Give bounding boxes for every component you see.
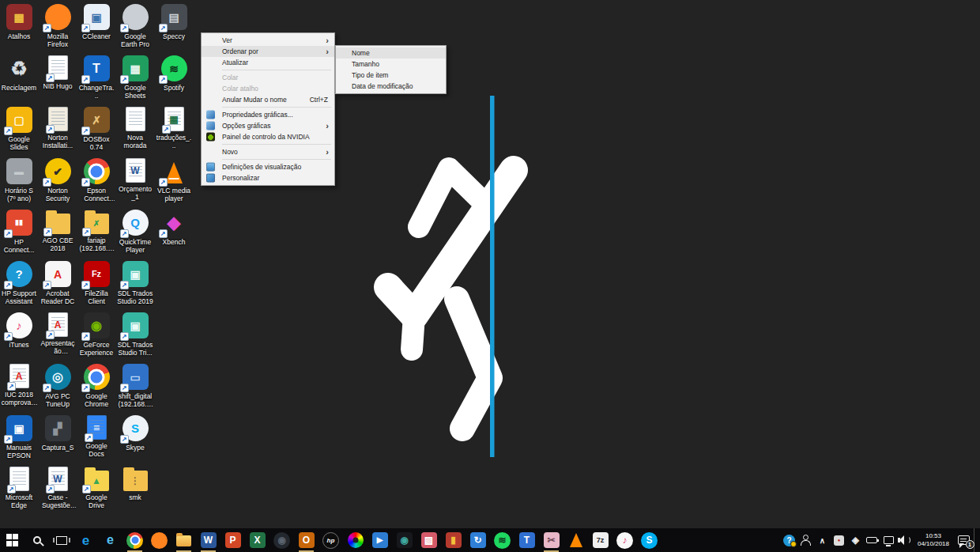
desktop-icon-nib-hugo[interactable]: ↗NIB Hugo <box>40 55 76 90</box>
taskbar-webcam-app-button[interactable]: ◉ <box>392 528 416 552</box>
taskbar-start-button[interactable] <box>0 528 24 552</box>
menu-item-ver[interactable]: Ver› <box>202 35 334 46</box>
desktop-icon-vlc-media-player[interactable]: ↗VLC media player <box>156 158 192 202</box>
taskbar-chrome-button[interactable] <box>122 528 147 552</box>
desktop-icon-iuc-2018-comprovat[interactable]: A↗IUC 2018 comprovat... <box>1 364 37 406</box>
menu-item-opcoes-graficas[interactable]: Opções gráficas› <box>202 120 334 131</box>
menu-item-tipo-de-item[interactable]: Tipo de item <box>336 70 446 81</box>
desktop-icon-traducoes[interactable]: ▦↗traduções_... <box>156 107 192 149</box>
desktop-icon-smk[interactable]: ⋮smk <box>117 467 153 501</box>
desktop-icon-sdl-trados-studio-tri[interactable]: ▣↗SDL Trados Studio Tri... <box>117 312 153 357</box>
desktop-icon-hp-support-assistant[interactable]: ?↗HP Support Assistant <box>1 261 37 305</box>
taskbar-file-explorer-button[interactable] <box>172 528 196 552</box>
desktop[interactable]: ▦Atalhos↗Mozilla Firefox▣↗CCleaner↗Googl… <box>0 0 980 528</box>
desktop-icon-changetra[interactable]: T↗ChangeTra... <box>78 55 115 100</box>
tray-battery-icon[interactable] <box>864 528 880 552</box>
desktop-icon-xbench[interactable]: ◆↗Xbench <box>156 210 192 246</box>
taskbar-search-button[interactable] <box>24 528 49 552</box>
desktop-icon-mozilla-firefox[interactable]: ↗Mozilla Firefox <box>40 4 76 48</box>
desktop-icon-reciclagem[interactable]: ♻Reciclagem <box>1 55 37 92</box>
desktop-icon-dosbox-0-74[interactable]: ✗↗DOSBox 0.74 <box>78 107 115 151</box>
desktop-icon-google-drive[interactable]: ▲↗Google Drive <box>78 467 115 509</box>
taskbar-spotify-button[interactable]: ≋ <box>490 528 514 552</box>
menu-item-personalizar[interactable]: Personalizar <box>202 172 334 183</box>
desktop-icon-google-sheets[interactable]: ▦↗Google Sheets <box>117 55 153 100</box>
desktop-icon-hp-connect[interactable]: ▮▮↗HP Connect... <box>1 210 37 254</box>
desktop-icon-fariajp-192-168-1-6[interactable]: ✗↗fariajp (192.168.1.6... <box>78 210 115 252</box>
tray-norton-icon[interactable]: ● <box>831 528 847 552</box>
desktop-icon-horario-s-7-ano[interactable]: ▬Horário S (7º ano) <box>1 158 37 202</box>
taskbar-vlc-button[interactable] <box>564 528 588 552</box>
desktop-icon-ccleaner[interactable]: ▣↗CCleaner <box>78 4 115 40</box>
taskbar-color-wheel-button[interactable] <box>343 528 368 552</box>
desktop-icon-epson-connect-site[interactable]: ↗Epson Connect Site <box>78 158 115 202</box>
taskbar-sync-app-button[interactable]: ↻ <box>466 528 490 552</box>
desktop-icon-ago-cbe-2018[interactable]: ↗AGO CBE 2018 <box>40 210 76 252</box>
shortcut-arrow-icon: ↗ <box>82 228 91 236</box>
menu-item-tamanho[interactable]: Tamanho <box>336 59 446 70</box>
menu-item-data-de-modificacao[interactable]: Data de modificação <box>336 81 446 92</box>
tray-hp-support-icon[interactable]: ? <box>781 528 797 552</box>
desktop-icon-shift-digital-192-168-1-6[interactable]: ▭↗shift_digital (192.168.1.6... <box>117 364 153 408</box>
taskbar-powerpoint-button[interactable]: P <box>220 528 245 552</box>
desktop-icon-microsoft-edge[interactable]: ↗Microsoft Edge <box>1 467 37 509</box>
tray-dropbox-icon[interactable]: ◈ <box>847 528 864 552</box>
desktop-icon-quicktime-player[interactable]: Q↗QuickTime Player <box>117 210 153 254</box>
menu-item-novo[interactable]: Novo› <box>202 146 334 157</box>
taskbar-7zip-button[interactable]: 7z <box>588 528 612 552</box>
desktop-icon-itunes[interactable]: ♪↗iTunes <box>1 312 37 349</box>
menu-item-atualizar[interactable]: Atualizar <box>202 57 334 68</box>
tray-chevron-up-icon[interactable]: ∧ <box>814 528 831 552</box>
desktop-icon-captura-s[interactable]: ▞Captura_S <box>40 415 76 452</box>
tray-volume-icon[interactable] <box>897 528 914 552</box>
desktop-icon-norton-installati[interactable]: ↗Norton Installati... <box>40 107 76 149</box>
taskbar-edge-button[interactable]: e <box>74 528 98 552</box>
desktop-icon-spotify[interactable]: ≋↗Spotify <box>156 55 192 92</box>
action-center-button[interactable]: 1 <box>953 535 974 545</box>
desktop-icon-filezilla-client[interactable]: Fz↗FileZilla Client <box>78 261 115 305</box>
desktop-icon-avg-pc-tuneup[interactable]: ◎↗AVG PC TuneUp <box>40 364 76 408</box>
menu-item-propriedades-graficas[interactable]: Propriedades gráficas... <box>202 109 334 120</box>
taskbar-changetracker-button[interactable]: T <box>514 528 539 552</box>
taskbar-hp-button[interactable]: hp <box>318 528 343 552</box>
taskbar-translation-tool-button[interactable]: ✂ <box>539 528 564 552</box>
show-desktop-button[interactable] <box>974 528 978 552</box>
menu-item-nome[interactable]: Nome <box>336 47 446 59</box>
taskbar-photo-editor-button[interactable]: ▨ <box>416 528 441 552</box>
tray-clock[interactable]: 10:53 04/10/2018 <box>914 532 953 549</box>
menu-item-anular-mudar-o-nome[interactable]: Anular Mudar o nomeCtrl+Z <box>202 94 334 105</box>
taskbar-excel-button[interactable]: X <box>245 528 270 552</box>
menu-item-ordenar-por[interactable]: Ordenar por› <box>202 46 334 57</box>
desktop-icon-google-slides[interactable]: ▢↗Google Slides <box>1 107 37 151</box>
desktop-icon-geforce-experience[interactable]: ◉↗GeForce Experience <box>78 312 115 357</box>
menu-item-definicoes-de-visualizacao[interactable]: Definições de visualização <box>202 161 334 172</box>
tray-display-icon[interactable] <box>880 528 897 552</box>
desktop-icon-manuais-epson[interactable]: ▣↗Manuais EPSON <box>1 415 37 459</box>
taskbar-internet-explorer-button[interactable]: e <box>98 528 122 552</box>
desktop-icon-orcamento-1[interactable]: WOrçamento_1 <box>117 158 153 201</box>
desktop-icon-norton-security[interactable]: ✔↗Norton Security <box>40 158 76 202</box>
menu-item-painel-de-controlo-da-nvidia[interactable]: Painel de controlo da NVIDIA <box>202 131 334 142</box>
taskbar-word-button[interactable]: W <box>196 528 220 552</box>
desktop-icon-google-earth-pro[interactable]: ↗Google Earth Pro <box>117 4 153 48</box>
taskbar-task-view-button[interactable] <box>49 528 74 552</box>
desktop-icon-nova-morada[interactable]: Nova morada <box>117 107 153 149</box>
desktop-icon-google-docs[interactable]: ≡↗Google Docs <box>78 415 115 458</box>
desktop-icon-atalhos[interactable]: ▦Atalhos <box>1 4 37 40</box>
tray-people-icon[interactable] <box>797 528 814 552</box>
taskbar-firefox-button[interactable] <box>147 528 172 552</box>
desktop-icon-apresentacao-conferencia[interactable]: A↗Apresentação conferência <box>40 312 76 355</box>
desktop-icon-speccy[interactable]: ▤↗Speccy <box>156 4 192 40</box>
intel-icon <box>206 122 215 130</box>
desktop-icon-google-chrome[interactable]: ↗Google Chrome <box>78 364 115 408</box>
taskbar-media-player-button[interactable]: ▶ <box>368 528 392 552</box>
taskbar-skype-button[interactable]: S <box>637 528 662 552</box>
taskbar-audio-app-button[interactable]: ▮ <box>441 528 466 552</box>
desktop-icon-acrobat-reader-dc[interactable]: A↗Acrobat Reader DC <box>40 261 76 305</box>
desktop-icon-case-sugestoes[interactable]: W↗Case - Sugestões ... <box>40 467 76 509</box>
desktop-icon-sdl-trados-studio-2019[interactable]: ▣↗SDL Trados Studio 2019 <box>117 261 153 305</box>
taskbar-outlook-button[interactable]: O <box>294 528 318 552</box>
taskbar-youcam-button[interactable]: ◉ <box>270 528 294 552</box>
desktop-icon-skype[interactable]: S↗Skype <box>117 415 153 452</box>
taskbar-itunes-button[interactable]: ♪ <box>612 528 637 552</box>
